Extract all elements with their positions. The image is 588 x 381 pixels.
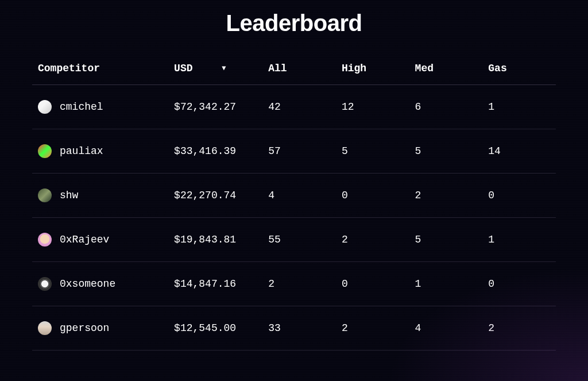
cell-high: 2 (336, 218, 409, 262)
cell-med: 6 (409, 85, 483, 129)
cell-competitor: 0xRajeev (32, 218, 168, 262)
cell-usd: $33,416.39 (168, 129, 262, 174)
cell-all: 2 (262, 262, 336, 306)
competitor-name[interactable]: 0xsomeone (60, 278, 115, 290)
cell-med: 2 (409, 174, 483, 218)
cell-usd: $19,843.81 (168, 218, 262, 262)
header-all[interactable]: All (262, 52, 336, 85)
competitor-wrapper: pauliax (38, 144, 163, 158)
cell-usd: $12,545.00 (168, 306, 262, 351)
table-row[interactable]: cmichel$72,342.27421261 (32, 85, 556, 129)
competitor-wrapper: gpersoon (38, 321, 163, 335)
header-high[interactable]: High (336, 52, 409, 85)
table-row[interactable]: pauliax$33,416.39575514 (32, 129, 556, 174)
avatar[interactable] (38, 144, 52, 158)
sort-indicator-icon: ▼ (222, 64, 226, 72)
competitor-wrapper: 0xsomeone (38, 277, 163, 291)
avatar[interactable] (38, 233, 52, 247)
cell-gas: 1 (482, 85, 556, 129)
cell-high: 5 (336, 129, 409, 174)
competitor-name[interactable]: gpersoon (60, 322, 109, 334)
cell-high: 2 (336, 306, 409, 351)
cell-usd: $14,847.16 (168, 262, 262, 306)
leaderboard-table: Competitor USD ▼ All High Med Gas cmiche… (32, 52, 556, 351)
cell-med: 1 (409, 262, 483, 306)
cell-med: 4 (409, 306, 483, 351)
header-med[interactable]: Med (409, 52, 483, 85)
competitor-wrapper: 0xRajeev (38, 233, 163, 247)
table-row[interactable]: 0xRajeev$19,843.8155251 (32, 218, 556, 262)
cell-med: 5 (409, 218, 483, 262)
avatar[interactable] (38, 188, 52, 202)
cell-competitor: 0xsomeone (32, 262, 168, 306)
avatar[interactable] (38, 321, 52, 335)
cell-med: 5 (409, 129, 483, 174)
cell-all: 57 (262, 129, 336, 174)
cell-all: 33 (262, 306, 336, 351)
table-row[interactable]: 0xsomeone$14,847.162010 (32, 262, 556, 306)
cell-competitor: cmichel (32, 85, 168, 129)
cell-competitor: gpersoon (32, 306, 168, 351)
competitor-name[interactable]: pauliax (60, 145, 103, 157)
competitor-name[interactable]: 0xRajeev (60, 234, 109, 245)
competitor-wrapper: cmichel (38, 100, 163, 114)
competitor-wrapper: shw (38, 188, 163, 202)
header-usd[interactable]: USD ▼ (168, 52, 262, 85)
cell-gas: 0 (482, 174, 556, 218)
cell-high: 12 (336, 85, 409, 129)
cell-usd: $72,342.27 (168, 85, 262, 129)
avatar[interactable] (38, 277, 52, 291)
cell-all: 55 (262, 218, 336, 262)
table-row[interactable]: gpersoon$12,545.0033242 (32, 306, 556, 351)
cell-gas: 14 (482, 129, 556, 174)
cell-gas: 1 (482, 218, 556, 262)
cell-high: 0 (336, 262, 409, 306)
cell-gas: 2 (482, 306, 556, 351)
cell-competitor: pauliax (32, 129, 168, 174)
cell-all: 42 (262, 85, 336, 129)
competitor-name[interactable]: cmichel (60, 101, 103, 113)
avatar[interactable] (38, 100, 52, 114)
leaderboard-container: Competitor USD ▼ All High Med Gas cmiche… (0, 52, 588, 351)
header-usd-label: USD (174, 63, 192, 74)
page-title: Leaderboard (0, 0, 588, 52)
header-competitor[interactable]: Competitor (32, 52, 168, 85)
table-header-row: Competitor USD ▼ All High Med Gas (32, 52, 556, 85)
competitor-name[interactable]: shw (60, 190, 78, 201)
cell-competitor: shw (32, 174, 168, 218)
cell-gas: 0 (482, 262, 556, 306)
header-gas[interactable]: Gas (482, 52, 556, 85)
table-row[interactable]: shw$22,270.744020 (32, 174, 556, 218)
cell-usd: $22,270.74 (168, 174, 262, 218)
cell-high: 0 (336, 174, 409, 218)
cell-all: 4 (262, 174, 336, 218)
